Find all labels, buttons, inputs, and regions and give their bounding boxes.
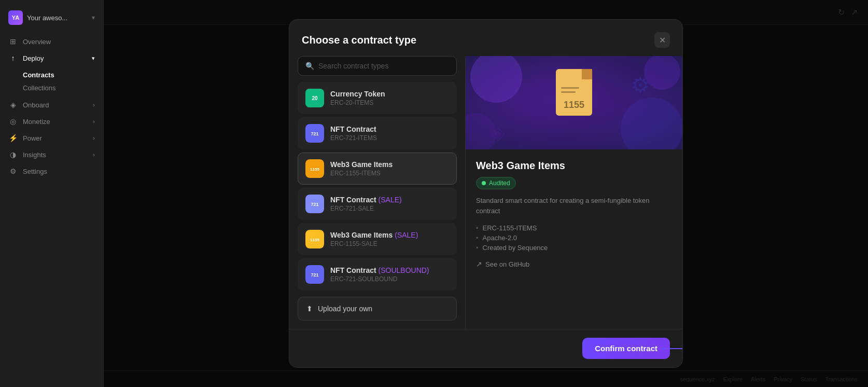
contract-name: NFT Contract (SALE) — [330, 196, 449, 204]
search-icon: 🔍 — [305, 62, 314, 70]
contract-detail: Web3 Game Items Audited Standard smart c… — [466, 149, 682, 279]
avatar: YA — [8, 10, 23, 25]
main-content: ↻ ↗ Choose a contract type ✕ 🔍 — [104, 0, 868, 387]
onboard-icon: ◈ — [8, 101, 18, 109]
chevron-icon: › — [93, 118, 95, 125]
arrow-line — [661, 348, 683, 349]
deploy-submenu: Contracts Collections — [0, 66, 103, 96]
chevron-icon: › — [93, 151, 95, 158]
svg-text:721: 721 — [311, 202, 318, 207]
upload-icon: ⬆ — [306, 305, 313, 313]
contract-description: Standard smart contract for creating a s… — [476, 196, 672, 216]
chevron-icon: › — [93, 135, 95, 141]
search-input[interactable] — [318, 62, 449, 70]
contract-name: Web3 Game Items (SALE) — [330, 231, 449, 239]
contract-preview-image: ⚙ ◈ 1155 — [466, 56, 682, 149]
feature-item: Created by Sequence — [476, 243, 672, 253]
contract-item-nft-contract[interactable]: 721 NFT Contract ERC-721-ITEMS — [298, 117, 457, 149]
sidebar-item-monetize[interactable]: ◎ Monetize › — [0, 113, 103, 130]
contract-sub: ERC-1155-ITEMS — [330, 170, 449, 177]
modal-footer: Confirm contract ◀ — [289, 329, 682, 367]
contract-item-web3-sale[interactable]: 1155 Web3 Game Items (SALE) ERC-1155-SAL… — [298, 223, 457, 255]
contract-features: ERC-1155-ITEMS Apache-2.0 Created by Seq… — [476, 223, 672, 253]
contract-sub: ERC-721-ITEMS — [330, 134, 449, 142]
monetize-icon: ◎ — [8, 117, 18, 126]
search-box[interactable]: 🔍 — [298, 56, 457, 76]
arrow-indicator: ◀ — [661, 343, 683, 354]
github-link[interactable]: ↗ See on GitHub — [476, 260, 672, 268]
sidebar-nav: ⊞ Overview ↑ Deploy ▾ Contracts Collecti… — [0, 33, 103, 381]
contract-icon-erc1155sale: 1155 — [305, 230, 324, 248]
modal-title: Choose a contract type — [302, 34, 416, 46]
modal-header: Choose a contract type ✕ — [289, 20, 682, 56]
svg-marker-20 — [582, 69, 592, 79]
modal-body: 🔍 20 — [289, 56, 682, 329]
svg-text:1155: 1155 — [310, 238, 319, 242]
contract-info: Web3 Game Items (SALE) ERC-1155-SALE — [330, 231, 449, 247]
contract-info: NFT Contract ERC-721-ITEMS — [330, 125, 449, 142]
svg-text:721: 721 — [311, 272, 318, 278]
svg-text:1155: 1155 — [310, 167, 319, 172]
sidebar-item-power[interactable]: ⚡ Power › — [0, 130, 103, 146]
contract-info: Web3 Game Items ERC-1155-ITEMS — [330, 160, 449, 177]
org-name: Your aweso... — [27, 14, 88, 22]
confirm-contract-button[interactable]: Confirm contract — [582, 338, 670, 359]
sidebar-item-settings[interactable]: ⚙ Settings — [0, 163, 103, 179]
svg-text:◈: ◈ — [491, 122, 505, 143]
contract-item-web3-game-items[interactable]: 1155 Web3 Game Items ERC-1155-ITEMS — [298, 153, 457, 185]
contract-item-nft-sale[interactable]: 721 NFT Contract (SALE) ERC-721-SALE — [298, 188, 457, 220]
right-panel: ⚙ ◈ 1155 — [466, 56, 682, 329]
insights-icon: ◑ — [8, 150, 18, 159]
audited-dot — [482, 181, 486, 185]
contract-item-nft-soulbound[interactable]: 721 NFT Contract (SOULBOUND) ERC-721-SOU… — [298, 258, 457, 291]
chevron-icon: › — [93, 102, 95, 108]
contract-name: NFT Contract — [330, 125, 449, 133]
contract-icon-erc721sale: 721 — [305, 195, 324, 213]
sidebar-header[interactable]: YA Your aweso... ▾ — [0, 6, 103, 33]
svg-rect-21 — [561, 87, 579, 89]
sidebar-item-contracts[interactable]: Contracts — [23, 68, 103, 81]
overview-icon: ⊞ — [8, 37, 18, 46]
sidebar-item-insights[interactable]: ◑ Insights › — [0, 146, 103, 163]
left-panel: 🔍 20 — [289, 56, 466, 329]
svg-rect-22 — [561, 91, 576, 93]
contract-list: 20 Currency Token ERC-20-ITEMS — [298, 82, 457, 291]
power-icon: ⚡ — [8, 134, 18, 142]
svg-text:721: 721 — [311, 131, 318, 136]
modal-close-button[interactable]: ✕ — [654, 32, 670, 48]
contract-item-currency-token[interactable]: 20 Currency Token ERC-20-ITEMS — [298, 82, 457, 114]
svg-text:1155: 1155 — [564, 100, 584, 110]
deploy-icon: ↑ — [8, 54, 18, 62]
contract-info: NFT Contract (SALE) ERC-721-SALE — [330, 196, 449, 212]
sidebar-item-overview[interactable]: ⊞ Overview — [0, 33, 103, 50]
sidebar: YA Your aweso... ▾ ⊞ Overview ↑ Deploy ▾… — [0, 0, 104, 387]
contract-sub: ERC-721-SALE — [330, 205, 449, 212]
contract-type-modal: Choose a contract type ✕ 🔍 — [289, 19, 683, 368]
sidebar-item-onboard[interactable]: ◈ Onboard › — [0, 96, 103, 113]
contract-icon-erc20: 20 — [305, 89, 324, 107]
contract-sub: ERC-20-ITEMS — [330, 99, 449, 106]
contract-icon-erc721soul: 721 — [305, 265, 324, 284]
sidebar-item-collections[interactable]: Collections — [23, 81, 103, 94]
contract-icon-erc1155: 1155 — [305, 159, 324, 178]
upload-own-button[interactable]: ⬆ Upload your own — [298, 297, 457, 321]
chevron-icon: ▾ — [92, 55, 95, 62]
contract-name: Web3 Game Items — [330, 160, 449, 169]
contract-info: Currency Token ERC-20-ITEMS — [330, 90, 449, 106]
contract-sub: ERC-721-SOULBOUND — [330, 275, 449, 283]
sidebar-item-deploy[interactable]: ↑ Deploy ▾ — [0, 50, 103, 66]
chevron-down-icon: ▾ — [92, 14, 95, 21]
svg-text:20: 20 — [312, 95, 318, 101]
contract-name: NFT Contract (SOULBOUND) — [330, 266, 449, 274]
contract-name: Currency Token — [330, 90, 449, 98]
modal-overlay: Choose a contract type ✕ 🔍 — [104, 0, 868, 387]
settings-icon: ⚙ — [8, 167, 18, 175]
contract-icon-erc721: 721 — [305, 124, 324, 143]
svg-text:⚙: ⚙ — [631, 74, 650, 96]
selected-contract-title: Web3 Game Items — [476, 160, 672, 172]
feature-item: ERC-1155-ITEMS — [476, 223, 672, 233]
contract-info: NFT Contract (SOULBOUND) ERC-721-SOULBOU… — [330, 266, 449, 283]
external-link-icon: ↗ — [476, 260, 482, 268]
audited-badge: Audited — [476, 177, 516, 189]
feature-item: Apache-2.0 — [476, 233, 672, 243]
